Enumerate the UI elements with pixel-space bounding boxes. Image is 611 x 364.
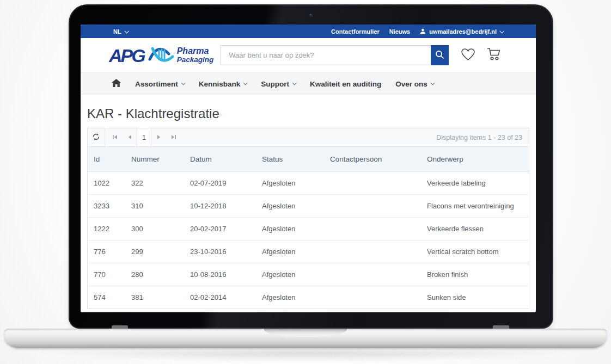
cell-datum: 10-08-2016	[184, 263, 256, 286]
column-header-nummer[interactable]: Nummer	[125, 147, 184, 172]
page-first-icon	[112, 133, 118, 141]
contact-form-link[interactable]: Contactformulier	[331, 28, 380, 35]
cell-onderwerp: Flacons met verontreiniging	[421, 195, 529, 218]
chevron-down-icon	[430, 81, 435, 85]
chevron-down-icon	[499, 29, 504, 33]
complaints-table: Id Nummer Datum Status Contactpersoon On…	[88, 147, 529, 309]
cell-contactpersoon	[324, 172, 421, 195]
cell-contactpersoon	[324, 218, 421, 240]
column-header-datum[interactable]: Datum	[184, 147, 256, 172]
laptop-reflection	[33, 350, 578, 363]
language-label: NL	[113, 28, 121, 35]
cell-id: 776	[88, 240, 125, 263]
cell-contactpersoon	[324, 240, 421, 263]
cell-status: Afgesloten	[256, 240, 324, 263]
nav-item-label: Support	[261, 80, 289, 88]
search-button[interactable]	[431, 45, 449, 65]
cell-datum: 23-10-2016	[184, 240, 256, 263]
page-prev-icon	[127, 133, 132, 141]
main-navigation: Assortiment Kennisbank Support Kwaliteit…	[81, 72, 536, 95]
cell-onderwerp: Vertical scratch bottom	[421, 240, 529, 263]
pager-status: Displaying items 1 - 23 of 23	[436, 134, 529, 141]
nav-item-label: Kwaliteit en auditing	[310, 80, 381, 88]
first-page-button[interactable]	[107, 128, 122, 146]
cell-datum: 10-12-2018	[184, 195, 256, 218]
chevron-down-icon	[124, 29, 129, 33]
cell-onderwerp: Verkeerde labeling	[421, 172, 529, 195]
home-icon	[112, 79, 121, 89]
cell-status: Afgesloten	[256, 218, 324, 240]
cell-status: Afgesloten	[256, 286, 324, 309]
cell-onderwerp: Broken finish	[421, 263, 529, 286]
cart-icon	[486, 47, 502, 63]
nav-item-support[interactable]: Support	[261, 80, 296, 88]
nav-item-label: Kennisbank	[199, 80, 241, 88]
column-header-id[interactable]: Id	[88, 147, 125, 172]
user-icon	[420, 28, 426, 34]
heart-icon	[461, 48, 475, 63]
news-link[interactable]: Nieuws	[389, 28, 411, 35]
search-input[interactable]	[221, 45, 431, 65]
cell-id: 770	[88, 263, 125, 286]
chevron-down-icon	[243, 81, 248, 85]
site-header: APG Pharma Packaging	[81, 38, 536, 72]
cell-nummer: 299	[125, 240, 184, 263]
table-row[interactable]: 1222 300 20-02-2017 Afgesloten Verkeerde…	[88, 218, 529, 240]
cell-id: 3233	[88, 195, 125, 218]
chevron-down-icon	[292, 81, 297, 85]
page-next-icon	[157, 133, 161, 141]
page-last-icon	[171, 133, 176, 141]
logo-text: APG	[109, 46, 144, 65]
cell-datum: 02-07-2019	[184, 172, 256, 195]
column-header-onderwerp[interactable]: Onderwerp	[421, 147, 529, 172]
prev-page-button[interactable]	[122, 128, 137, 146]
next-page-button[interactable]	[151, 128, 166, 146]
cell-id: 1022	[88, 172, 125, 195]
user-account-menu[interactable]: uwmailadres@bedrijf.nl	[420, 28, 503, 35]
company-logo[interactable]: APG Pharma Packaging	[109, 45, 213, 66]
table-row[interactable]: 776 299 23-10-2016 Afgesloten Vertical s…	[88, 240, 529, 263]
page-title: KAR - Klachtregistratie	[87, 106, 529, 121]
nav-item-over-ons[interactable]: Over ons	[395, 80, 434, 88]
nav-item-label: Assortiment	[135, 80, 178, 88]
browser-viewport: NL Contactformulier Nieuws uwmailadres@b…	[81, 24, 536, 312]
nav-item-assortiment[interactable]: Assortiment	[135, 80, 185, 88]
user-email-label: uwmailadres@bedrijf.nl	[429, 28, 497, 35]
cell-onderwerp: Verkeerde flessen	[421, 218, 529, 240]
table-header-row: Id Nummer Datum Status Contactpersoon On…	[88, 147, 529, 172]
cell-datum: 20-02-2017	[184, 218, 256, 240]
logo-tagline-line2: Packaging	[177, 56, 214, 64]
grid-toolbar: 1 Displaying items 1 - 23 of 23	[88, 128, 529, 147]
cell-status: Afgesloten	[256, 195, 324, 218]
cell-status: Afgesloten	[256, 263, 324, 286]
wishlist-button[interactable]	[461, 48, 475, 63]
nav-home[interactable]	[112, 79, 121, 89]
nav-item-kwaliteit[interactable]: Kwaliteit en auditing	[310, 80, 381, 88]
last-page-button[interactable]	[166, 128, 181, 146]
logo-tagline: Pharma Packaging	[177, 47, 214, 64]
search-icon	[435, 50, 444, 61]
nav-item-kennisbank[interactable]: Kennisbank	[199, 80, 247, 88]
table-row[interactable]: 1022 322 02-07-2019 Afgesloten Verkeerde…	[88, 172, 529, 195]
cell-id: 1222	[88, 218, 125, 240]
cell-nummer: 300	[125, 218, 184, 240]
cart-button[interactable]	[486, 47, 502, 63]
chevron-down-icon	[181, 81, 185, 85]
laptop-lid-notch	[264, 329, 347, 337]
current-page-input[interactable]: 1	[137, 128, 151, 146]
cell-nummer: 322	[125, 172, 184, 195]
cell-status: Afgesloten	[256, 172, 324, 195]
table-row[interactable]: 770 280 10-08-2016 Afgesloten Broken fin…	[88, 263, 529, 286]
table-row[interactable]: 574 381 02-02-2014 Afgesloten Sunken sid…	[88, 286, 529, 309]
cell-contactpersoon	[324, 195, 421, 218]
webcam-icon	[309, 13, 313, 17]
language-selector[interactable]: NL	[113, 28, 128, 35]
refresh-button[interactable]	[88, 128, 105, 146]
cell-onderwerp: Sunken side	[421, 286, 529, 309]
column-header-status[interactable]: Status	[256, 147, 324, 172]
cell-datum: 02-02-2014	[184, 286, 256, 309]
column-header-contactpersoon[interactable]: Contactpersoon	[324, 147, 421, 172]
table-row[interactable]: 3233 310 10-12-2018 Afgesloten Flacons m…	[88, 195, 529, 218]
dna-helix-icon	[148, 45, 174, 66]
cell-nummer: 381	[125, 286, 184, 309]
